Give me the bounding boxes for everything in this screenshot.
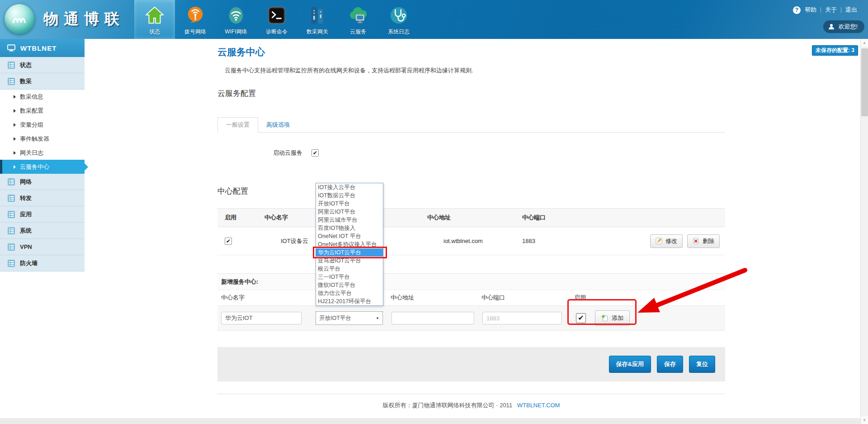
enable-cloud-checkbox[interactable]: ✔	[311, 149, 319, 157]
new-center-enable-checkbox[interactable]: ✔	[576, 313, 586, 323]
header-address: 中心地址	[427, 214, 522, 222]
header-enable: 启用	[217, 214, 264, 222]
sidebar-item-cloud-service-center[interactable]: 云服务中心	[0, 160, 85, 174]
sidebar-item-data-info[interactable]: 数采信息	[0, 90, 85, 104]
sidebar-item-firewall[interactable]: 防火墙	[0, 255, 85, 272]
caret-right-icon	[14, 151, 16, 155]
sidebar-item-data-collection[interactable]: 数采	[0, 73, 85, 90]
dropdown-option[interactable]: 阿里云IOT平台	[316, 208, 383, 216]
nav-label: 拨号网络	[184, 28, 206, 36]
table-row: ✔ IOT设备云 iot.wtblnet.com 1883 修改 删除	[217, 227, 725, 255]
enable-cloud-row: 启动云服务 ✔	[217, 149, 725, 157]
action-button-bar: 保存&应用 保存 复位	[217, 347, 725, 381]
sidebar-item-vpn[interactable]: VPN	[0, 239, 85, 255]
row-center-port: 1883	[522, 238, 635, 244]
edit-icon	[656, 238, 662, 244]
sidebar: WTBLNET 状态 数采 数采信息 数采配置 变量分组 事件触发器 网关日志 …	[0, 39, 85, 424]
sidebar-item-variable-group[interactable]: 变量分组	[0, 118, 85, 132]
dialup-network-icon	[185, 5, 206, 26]
dropdown-option[interactable]: OneNet IOT 平台	[316, 232, 383, 240]
nav-item-status[interactable]: 状态	[134, 0, 175, 39]
nav-item-wifi-network[interactable]: WIFI网络	[216, 0, 256, 39]
save-apply-button[interactable]: 保存&应用	[609, 356, 651, 373]
scrollbar-thumb[interactable]	[861, 48, 868, 116]
sidebar-item-application[interactable]: 应用	[0, 206, 85, 223]
dropdown-option[interactable]: 微软IOT云平台	[316, 281, 383, 289]
tab-general-settings[interactable]: 一般设置	[217, 117, 258, 133]
sidebar-item-event-trigger[interactable]: 事件触发器	[0, 132, 85, 146]
dropdown-option[interactable]: IOT数据云平台	[316, 191, 383, 200]
dropdown-option[interactable]: 阿里云城市平台	[316, 216, 383, 224]
dropdown-option[interactable]: 根云平台	[316, 265, 383, 273]
sidebar-item-data-config[interactable]: 数采配置	[0, 104, 85, 118]
help-link[interactable]: 帮助	[805, 6, 816, 14]
dropdown-option-highlighted[interactable]: 华为云IOT云平台	[316, 248, 383, 257]
dropdown-option[interactable]: OneNet多协议接入平台	[316, 240, 383, 248]
reset-button[interactable]: 复位	[689, 356, 715, 373]
save-button[interactable]: 保存	[657, 356, 683, 373]
label-enable: 启用	[574, 294, 586, 302]
center-port-input[interactable]	[482, 312, 562, 324]
copyright-text: 版权所有：厦门物通博联网络科技有限公司 · 2011	[383, 402, 513, 409]
center-type-select[interactable]: 开放IOT平台 ▼	[316, 311, 383, 325]
dropdown-option[interactable]: 开放IOT平台	[316, 200, 383, 208]
list-icon	[7, 259, 15, 267]
divider	[841, 7, 841, 13]
sidebar-item-status[interactable]: 状态	[0, 57, 85, 73]
nav-item-cloud-service[interactable]: 云服务	[338, 0, 378, 39]
scroll-up-icon[interactable]: ▲	[861, 39, 868, 47]
caret-right-icon	[14, 165, 16, 169]
sidebar-item-label: 数采	[20, 77, 32, 86]
topbar-links: ? 帮助 关于 退出	[793, 6, 857, 14]
welcome-text: 欢迎您!	[838, 23, 858, 31]
center-name-input[interactable]	[221, 312, 302, 324]
tab-advanced-options[interactable]: 高级选项	[258, 117, 298, 132]
enable-cloud-label: 启动云服务	[273, 149, 302, 157]
page-description: 云服务中心支持远程管理和监控所有的在线网关和设备，支持远程部署应用程序和边缘计算…	[217, 67, 725, 75]
table-header-row: 启用 中心名字 中心地址 中心端口	[217, 208, 725, 227]
dropdown-option[interactable]: 亚马逊IOT云平台	[316, 257, 383, 265]
home-icon	[144, 5, 165, 26]
nav-item-system-log[interactable]: 系统日志	[378, 0, 419, 39]
new-center-section: 新增服务中心: 中心名字 中心地址 中心端口 启用 开放IOT平台 ▼ ✔ 添加	[217, 273, 725, 331]
add-icon	[601, 314, 609, 322]
dropdown-option[interactable]: 三一IOT平台	[316, 273, 383, 281]
list-icon	[7, 77, 15, 86]
cloud-config-section-title: 云服务配置	[217, 88, 725, 99]
sidebar-item-network[interactable]: 网络	[0, 174, 85, 190]
logout-link[interactable]: 退出	[845, 6, 857, 14]
dropdown-option[interactable]: 德力信云平台	[316, 289, 383, 297]
new-center-title: 新增服务中心:	[217, 274, 725, 290]
center-table: 启用 中心名字 中心地址 中心端口 ✔ IOT设备云 iot.wtblnet.c…	[217, 208, 725, 255]
unsaved-config-badge: 未保存的配置: 3	[812, 45, 858, 56]
nav-item-diagnostic-command[interactable]: 诊断命令	[256, 0, 297, 39]
footer-link[interactable]: WTBLNET.COM	[517, 402, 560, 409]
sidebar-item-forwarding[interactable]: 转发	[0, 190, 85, 206]
sidebar-item-gateway-log[interactable]: 网关日志	[0, 146, 85, 160]
center-config-title: 中心配置	[217, 186, 725, 196]
dropdown-option[interactable]: 百度IOT物接入	[316, 224, 383, 232]
nav-label: 系统日志	[388, 28, 410, 36]
dropdown-option[interactable]: IOT接入云平台	[316, 183, 383, 191]
nav-label: 云服务	[350, 28, 366, 36]
sidebar-item-label: 变量分组	[20, 121, 43, 129]
delete-button[interactable]: 删除	[687, 234, 720, 248]
brand-logo: 物通博联	[5, 4, 125, 34]
scrollbar[interactable]: ▲ ▼	[860, 39, 868, 424]
dropdown-option[interactable]: HJ212-2017环保平台	[316, 297, 383, 305]
add-button[interactable]: 添加	[595, 310, 630, 326]
welcome-user-pill[interactable]: 欢迎您!	[823, 20, 864, 33]
nav-item-data-gateway[interactable]: 数采网关	[297, 0, 338, 39]
about-link[interactable]: 关于	[825, 6, 837, 14]
delete-icon	[693, 238, 699, 244]
sidebar-header: WTBLNET	[0, 39, 85, 57]
edit-button[interactable]: 修改	[650, 234, 683, 248]
help-icon: ?	[793, 6, 801, 14]
center-address-input[interactable]	[392, 312, 474, 324]
row-center-address: iot.wtblnet.com	[427, 238, 522, 244]
nav-item-dialup-network[interactable]: 拨号网络	[175, 0, 216, 39]
sidebar-item-system[interactable]: 系统	[0, 223, 85, 239]
scroll-down-icon[interactable]: ▼	[861, 416, 868, 424]
label-center-address: 中心地址	[391, 294, 481, 302]
row-enable-checkbox[interactable]: ✔	[225, 238, 232, 245]
